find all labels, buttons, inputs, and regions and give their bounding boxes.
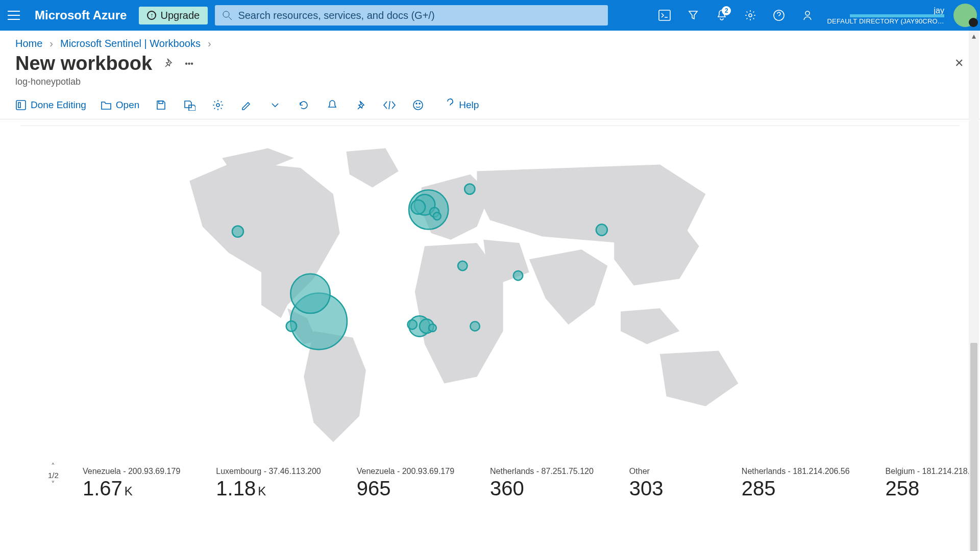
page-title: New workbook	[15, 53, 152, 74]
avatar[interactable]	[953, 4, 977, 27]
legend-label: Netherlands - 181.214.206.56	[742, 467, 850, 476]
map-bubble[interactable]	[286, 321, 297, 331]
workbook-toolbar: Done Editing Open Help	[0, 93, 980, 119]
svg-point-14	[416, 103, 417, 104]
search-icon	[222, 10, 232, 20]
legend-row: ˄ 1/2 ˅ Venezuela - 200.93.69.1791.67KLu…	[15, 462, 965, 500]
page-subtitle: log-honeypotlab	[0, 74, 980, 93]
legend-value: 258	[886, 477, 979, 500]
legend-card[interactable]: Venezuela - 200.93.69.1791.67K	[83, 467, 180, 500]
svg-rect-11	[159, 101, 163, 104]
map-bubble[interactable]	[232, 226, 243, 237]
help-label: Help	[459, 99, 479, 111]
close-icon[interactable]: ✕	[954, 57, 964, 70]
map-bubble[interactable]	[433, 212, 441, 220]
map-bubble[interactable]	[429, 324, 436, 332]
legend-card[interactable]: Belgium - 181.214.218.35258	[886, 467, 979, 500]
map-bubble[interactable]	[464, 184, 475, 194]
pager-up-icon[interactable]: ˄	[51, 462, 55, 471]
filter-icon[interactable]	[681, 0, 705, 31]
map-bubble[interactable]	[513, 271, 523, 280]
legend-label: Venezuela - 200.93.69.179	[357, 467, 454, 476]
brand-label[interactable]: Microsoft Azure	[35, 8, 127, 22]
svg-point-3	[223, 11, 229, 17]
upgrade-button[interactable]: ↑ Upgrade	[139, 7, 208, 24]
upgrade-icon: ↑	[147, 11, 156, 20]
azure-topbar: Microsoft Azure ↑ Upgrade 2 jay DEFAULT …	[0, 0, 980, 31]
legend-pager: ˄ 1/2 ˅	[48, 462, 59, 489]
legend-label: Luxembourg - 37.46.113.200	[216, 467, 321, 476]
legend-card[interactable]: Luxembourg - 37.46.113.2001.18K	[216, 467, 321, 500]
notification-badge: 2	[722, 6, 731, 15]
open-label: Open	[116, 99, 139, 111]
gear-icon[interactable]	[738, 0, 763, 31]
divider	[20, 126, 960, 126]
svg-point-12	[216, 104, 219, 107]
global-search[interactable]	[215, 5, 608, 26]
legend-card[interactable]: Venezuela - 200.93.69.179965	[357, 467, 454, 500]
svg-rect-10	[18, 103, 20, 108]
svg-rect-9	[16, 101, 26, 110]
search-input[interactable]	[237, 9, 601, 22]
scrollbar-thumb[interactable]	[970, 343, 977, 551]
legend-value: 285	[742, 477, 850, 500]
legend-value: 965	[357, 477, 454, 500]
map-bubble[interactable]	[596, 224, 607, 236]
chevron-down-icon[interactable]	[268, 102, 282, 108]
done-editing-button[interactable]: Done Editing	[15, 99, 86, 111]
pin-icon[interactable]	[163, 58, 174, 70]
legend-value: 303	[629, 477, 706, 500]
chevron-right-icon: ›	[50, 38, 53, 49]
saveas-icon[interactable]	[182, 99, 197, 111]
feedback-icon[interactable]	[795, 0, 820, 31]
legend-card[interactable]: Netherlands - 181.214.206.56285	[742, 467, 850, 500]
smile-icon[interactable]	[411, 99, 425, 111]
pager-down-icon[interactable]: ˅	[51, 480, 55, 489]
help-button[interactable]: Help	[446, 98, 479, 112]
svg-rect-5	[659, 10, 670, 20]
svg-line-4	[229, 17, 232, 20]
page-header: New workbook ••• ✕	[0, 53, 980, 74]
cloudshell-icon[interactable]	[652, 0, 677, 31]
svg-point-13	[413, 101, 423, 110]
svg-point-8	[805, 11, 810, 15]
pin-icon[interactable]	[354, 100, 368, 110]
map-bubble[interactable]	[458, 261, 467, 270]
code-icon[interactable]	[382, 100, 397, 110]
svg-point-15	[419, 103, 420, 104]
help-icon[interactable]	[767, 0, 791, 31]
legend-label: Belgium - 181.214.218.35	[886, 467, 979, 476]
chevron-right-icon: ›	[208, 38, 211, 49]
refresh-icon[interactable]	[297, 99, 311, 111]
topbar-icons: 2 jay DEFAULT DIRECTORY (JAY90CRO…	[652, 0, 977, 31]
map-bubble[interactable]	[290, 274, 330, 313]
breadcrumb-home[interactable]: Home	[15, 38, 42, 49]
legend-card[interactable]: Netherlands - 87.251.75.120360	[490, 467, 594, 500]
upgrade-label: Upgrade	[160, 10, 200, 21]
scroll-up-icon[interactable]: ▴	[969, 31, 979, 41]
map-bubble[interactable]	[407, 320, 416, 329]
alert-icon[interactable]	[325, 99, 339, 111]
more-icon[interactable]: •••	[185, 59, 193, 68]
workbook-body: ˄ 1/2 ˅ Venezuela - 200.93.69.1791.67KLu…	[0, 119, 980, 537]
svg-point-6	[749, 14, 752, 17]
avatar-badge-icon	[969, 18, 978, 27]
map-bubble[interactable]	[470, 321, 479, 331]
save-icon[interactable]	[154, 99, 168, 111]
legend-value: 1.67K	[83, 477, 180, 500]
map-chart[interactable]	[15, 135, 965, 462]
done-editing-label: Done Editing	[31, 99, 86, 111]
pager-page: 1/2	[48, 471, 59, 480]
gear-icon[interactable]	[211, 99, 225, 111]
breadcrumb: Home › Microsoft Sentinel | Workbooks ›	[0, 31, 980, 53]
legend-cards: Venezuela - 200.93.69.1791.67KLuxembourg…	[83, 467, 980, 500]
breadcrumb-sentinel-workbooks[interactable]: Microsoft Sentinel | Workbooks	[60, 38, 201, 49]
edit-icon[interactable]	[239, 99, 254, 111]
account-block[interactable]: jay DEFAULT DIRECTORY (JAY90CRO…	[827, 6, 944, 25]
menu-icon[interactable]	[0, 0, 28, 31]
scrollbar[interactable]: ▴	[969, 31, 979, 551]
legend-card[interactable]: Other303	[629, 467, 706, 500]
map-bubble[interactable]	[411, 200, 425, 214]
bell-icon[interactable]: 2	[709, 0, 734, 31]
open-button[interactable]: Open	[101, 99, 139, 111]
